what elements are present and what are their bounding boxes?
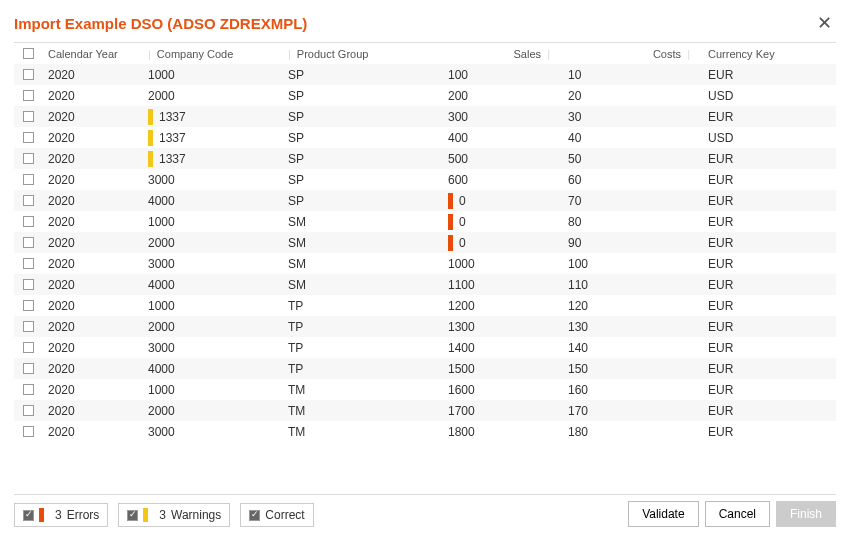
filter-correct-label: Correct <box>265 508 304 522</box>
select-all-checkbox[interactable] <box>23 48 34 59</box>
cancel-button[interactable]: Cancel <box>705 501 770 527</box>
row-checkbox[interactable] <box>23 363 34 374</box>
table-row[interactable]: 20201000SP10010EUR <box>14 64 836 85</box>
warning-flag-icon <box>143 508 148 522</box>
filter-warnings[interactable]: 3 Warnings <box>118 503 230 527</box>
filter-errors-checkbox[interactable] <box>23 510 34 521</box>
table-row[interactable]: 20203000SM1000100EUR <box>14 253 836 274</box>
import-dialog: Import Example DSO (ADSO ZDREXMPL) ✕ Cal… <box>0 0 850 537</box>
table-row[interactable]: 20201000SM080EUR <box>14 211 836 232</box>
filter-warnings-label: Warnings <box>171 508 221 522</box>
table-row[interactable]: 20202000SM090EUR <box>14 232 836 253</box>
row-checkbox[interactable] <box>23 69 34 80</box>
filter-errors-label: Errors <box>67 508 100 522</box>
error-flag-icon <box>448 235 453 251</box>
dialog-header: Import Example DSO (ADSO ZDREXMPL) ✕ <box>14 10 836 36</box>
table-row[interactable]: 20203000TP1400140EUR <box>14 337 836 358</box>
dialog-title: Import Example DSO (ADSO ZDREXMPL) <box>14 15 307 32</box>
table-row[interactable]: 20204000SM1100110EUR <box>14 274 836 295</box>
row-checkbox[interactable] <box>23 342 34 353</box>
filter-warnings-checkbox[interactable] <box>127 510 138 521</box>
filter-correct-checkbox[interactable] <box>249 510 260 521</box>
table-row[interactable]: 20203000SP60060EUR <box>14 169 836 190</box>
row-checkbox[interactable] <box>23 195 34 206</box>
col-header-currency[interactable]: Currency Key <box>702 43 802 64</box>
action-buttons: Validate Cancel Finish <box>628 501 836 527</box>
row-checkbox[interactable] <box>23 426 34 437</box>
row-checkbox[interactable] <box>23 300 34 311</box>
row-checkbox[interactable] <box>23 216 34 227</box>
error-flag-icon <box>39 508 44 522</box>
table-row[interactable]: 20204000SP070EUR <box>14 190 836 211</box>
warn-flag-icon <box>148 130 153 146</box>
col-header-costs[interactable]: Costs | <box>562 43 702 64</box>
row-checkbox[interactable] <box>23 258 34 269</box>
row-checkbox[interactable] <box>23 237 34 248</box>
table-row[interactable]: 20201000TP1200120EUR <box>14 295 836 316</box>
row-checkbox[interactable] <box>23 384 34 395</box>
row-checkbox[interactable] <box>23 132 34 143</box>
table-row[interactable]: 20204000TP1500150EUR <box>14 358 836 379</box>
row-checkbox[interactable] <box>23 111 34 122</box>
table-row[interactable]: 20202000SP20020USD <box>14 85 836 106</box>
row-checkbox[interactable] <box>23 279 34 290</box>
col-header-product[interactable]: |Product Group <box>282 43 442 64</box>
row-checkbox[interactable] <box>23 405 34 416</box>
filter-errors-count: 3 <box>55 508 62 522</box>
table-header-row: Calendar Year |Company Code |Product Gro… <box>14 43 836 64</box>
col-header-company[interactable]: |Company Code <box>142 43 282 64</box>
col-header-sales[interactable]: Sales | <box>442 43 562 64</box>
row-checkbox[interactable] <box>23 321 34 332</box>
error-flag-icon <box>448 193 453 209</box>
row-checkbox[interactable] <box>23 90 34 101</box>
warn-flag-icon <box>148 109 153 125</box>
table-body[interactable]: 20201000SP10010EUR20202000SP20020USD2020… <box>14 64 836 494</box>
table-row[interactable]: 20203000TM1800180EUR <box>14 421 836 442</box>
data-table: Calendar Year |Company Code |Product Gro… <box>14 42 836 495</box>
table-row[interactable]: 20201337SP50050EUR <box>14 148 836 169</box>
filter-correct[interactable]: Correct <box>240 503 313 527</box>
filter-warnings-count: 3 <box>159 508 166 522</box>
error-flag-icon <box>448 214 453 230</box>
table-row[interactable]: 20202000TM1700170EUR <box>14 400 836 421</box>
col-header-year[interactable]: Calendar Year <box>42 43 142 64</box>
table-row[interactable]: 20201337SP30030EUR <box>14 106 836 127</box>
filter-errors[interactable]: 3 Errors <box>14 503 108 527</box>
close-icon[interactable]: ✕ <box>813 10 836 36</box>
row-checkbox[interactable] <box>23 153 34 164</box>
table-row[interactable]: 20201337SP40040USD <box>14 127 836 148</box>
table-row[interactable]: 20202000TP1300130EUR <box>14 316 836 337</box>
validate-button[interactable]: Validate <box>628 501 698 527</box>
table-row[interactable]: 20201000TM1600160EUR <box>14 379 836 400</box>
finish-button[interactable]: Finish <box>776 501 836 527</box>
warn-flag-icon <box>148 151 153 167</box>
row-checkbox[interactable] <box>23 174 34 185</box>
